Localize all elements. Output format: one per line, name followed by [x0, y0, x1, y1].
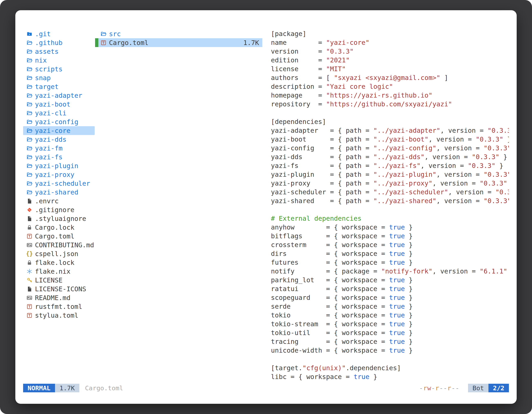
folder-icon: [26, 66, 33, 72]
dir-item-yazi-core[interactable]: yazi-core: [23, 126, 95, 135]
status-filename: Cargo.toml: [85, 384, 123, 392]
file-item-.styluaignore[interactable]: .styluaignore: [23, 214, 95, 223]
folder-icon: [100, 31, 107, 37]
status-bar: NORMAL 1.7K Cargo.toml -rw-r--r-- Bot 2/…: [23, 384, 509, 392]
file-item-.gitignore[interactable]: .gitignore: [23, 205, 95, 214]
item-label: flake.nix: [35, 268, 70, 275]
folder-icon: [26, 110, 33, 116]
folder-icon: [26, 172, 33, 178]
preview-line: yazi-adapter = { path = "../yazi-adapter…: [271, 126, 509, 135]
item-label: snap: [35, 74, 51, 82]
item-label: yazi-dds: [35, 136, 66, 143]
item-label: CONTRIBUTING.md: [35, 241, 94, 249]
item-label: Cargo.toml: [109, 39, 148, 47]
file-item-Cargo.toml[interactable]: Cargo.toml: [23, 232, 95, 241]
folder-icon: [26, 40, 33, 46]
dir-item-yazi-proxy[interactable]: yazi-proxy: [23, 170, 95, 179]
dir-item-yazi-config[interactable]: yazi-config: [23, 117, 95, 126]
item-label: stylua.toml: [35, 311, 78, 319]
file-icon: [26, 286, 33, 292]
item-label: Cargo.lock: [35, 223, 75, 231]
item-label: .styluaignore: [35, 215, 86, 222]
item-label: Cargo.toml: [35, 232, 75, 240]
item-label: yazi-boot: [35, 100, 70, 108]
cursor-page-badge: 2/2: [488, 384, 509, 392]
folder-icon: [26, 180, 33, 187]
folder-icon: [26, 75, 33, 81]
toml-icon: [100, 40, 107, 46]
item-label: rustfmt.toml: [35, 303, 82, 310]
current-pane: srcCargo.toml1.7K: [95, 29, 262, 382]
preview-line: [271, 109, 509, 117]
dir-item-.git[interactable]: .git: [23, 29, 95, 38]
dir-item-.github[interactable]: .github: [23, 38, 95, 47]
file-item-.envrc[interactable]: .envrc: [23, 197, 95, 205]
preview-line: yazi-scheduler = { path = "../yazi-sched…: [271, 188, 509, 197]
preview-line: serde = { workspace = true }: [271, 302, 509, 311]
item-label: yazi-core: [35, 127, 70, 135]
dir-item-yazi-cli[interactable]: yazi-cli: [23, 109, 95, 117]
preview-line: yazi-proxy = { path = "../yazi-proxy", v…: [271, 179, 509, 188]
toml-icon: [26, 304, 33, 310]
parent-pane: .git.githubassetsnixscriptssnaptargetyaz…: [23, 29, 95, 382]
folder-icon: [26, 136, 33, 143]
file-item-CONTRIBUTING.md[interactable]: CONTRIBUTING.md: [23, 241, 95, 249]
mode-indicator: NORMAL: [23, 384, 55, 392]
dir-item-yazi-shared[interactable]: yazi-shared: [23, 188, 95, 197]
folder-icon: [26, 189, 33, 195]
item-label: LICENSE: [35, 276, 63, 284]
permissions: -rw-r--r--: [419, 384, 459, 392]
file-item-LICENSE-ICONS[interactable]: LICENSE-ICONS: [23, 285, 95, 293]
file-item-stylua.toml[interactable]: stylua.toml: [23, 311, 95, 320]
preview-line: notify = { package = "notify-fork", vers…: [271, 267, 509, 276]
item-label: .git: [35, 30, 51, 38]
file-item-rustfmt.toml[interactable]: rustfmt.toml: [23, 302, 95, 311]
dir-item-assets[interactable]: assets: [23, 47, 95, 56]
json-braces-icon: {}: [26, 250, 33, 257]
item-label: assets: [35, 48, 59, 55]
dir-item-snap[interactable]: snap: [23, 73, 95, 82]
item-label: cspell.json: [35, 250, 78, 258]
preview-line: tokio-util = { workspace = true }: [271, 328, 509, 337]
preview-line: yazi-plugin = { path = "../yazi-plugin",…: [271, 170, 509, 179]
git-folder-icon: [26, 31, 33, 37]
dir-item-yazi-plugin[interactable]: yazi-plugin: [23, 161, 95, 170]
file-item-Cargo.toml[interactable]: Cargo.toml1.7K: [95, 38, 262, 47]
preview-line: yazi-boot = { path = "../yazi-boot", ver…: [271, 135, 509, 144]
cursor-marker: [95, 29, 98, 38]
git-icon: [26, 207, 33, 213]
preview-line: libc = { workspace = true }: [271, 373, 509, 381]
file-item-LICENSE[interactable]: LICENSE: [23, 276, 95, 285]
item-label: yazi-fm: [35, 144, 63, 152]
preview-line: yazi-fs = { path = "../yazi-fs", version…: [271, 161, 509, 170]
dir-item-yazi-dds[interactable]: yazi-dds: [23, 135, 95, 144]
status-spacer: [123, 384, 419, 392]
folder-icon: [26, 57, 33, 63]
dir-item-yazi-scheduler[interactable]: yazi-scheduler: [23, 179, 95, 188]
key-icon: [26, 277, 33, 283]
file-item-Cargo.lock[interactable]: Cargo.lock: [23, 223, 95, 232]
dir-item-target[interactable]: target: [23, 82, 95, 91]
folder-icon: [26, 84, 33, 90]
dir-item-yazi-adapter[interactable]: yazi-adapter: [23, 91, 95, 100]
file-item-cspell.json[interactable]: {}cspell.json: [23, 249, 95, 258]
file-item-README.md[interactable]: README.md: [23, 293, 95, 302]
cursor-marker: [95, 38, 98, 47]
file-item-flake.lock[interactable]: flake.lock: [23, 258, 95, 267]
dir-item-nix[interactable]: nix: [23, 56, 95, 65]
preview-line: [271, 355, 509, 364]
dir-item-src[interactable]: src: [95, 29, 262, 38]
folder-icon: [26, 145, 33, 151]
item-label: yazi-shared: [35, 188, 78, 196]
dir-item-yazi-boot[interactable]: yazi-boot: [23, 100, 95, 109]
file-item-flake.nix[interactable]: flake.nix: [23, 267, 95, 276]
preview-line: # External dependencies: [271, 214, 509, 223]
toml-icon: [26, 233, 33, 239]
file-icon: [26, 198, 33, 204]
dir-item-scripts[interactable]: scripts: [23, 65, 95, 73]
dir-item-yazi-fs[interactable]: yazi-fs: [23, 153, 95, 161]
preview-line: scopeguard = { workspace = true }: [271, 293, 509, 302]
item-label: .gitignore: [35, 206, 75, 214]
dir-item-yazi-fm[interactable]: yazi-fm: [23, 144, 95, 153]
item-label: .github: [35, 39, 63, 47]
